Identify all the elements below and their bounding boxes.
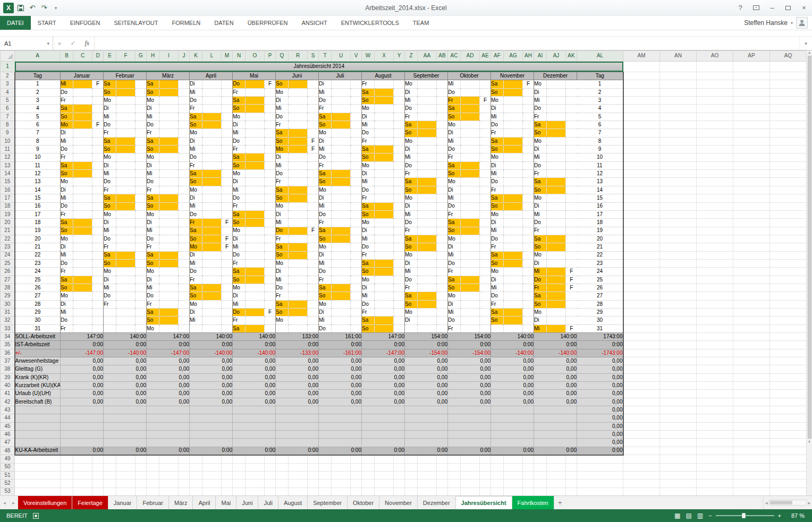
row-header-6[interactable]: 6: [1, 105, 15, 113]
cell-AQ35[interactable]: [770, 341, 807, 349]
cell-AB50[interactable]: [437, 463, 448, 471]
cell-AA30[interactable]: [418, 300, 437, 308]
cell-M19[interactable]: [222, 210, 233, 218]
cell-AO49[interactable]: [697, 455, 733, 463]
cell-S15[interactable]: [308, 178, 319, 186]
cell-I32[interactable]: [159, 316, 179, 324]
cell-AO18[interactable]: [697, 202, 733, 210]
cell-I8[interactable]: [159, 121, 179, 129]
cell-AJ21[interactable]: [547, 227, 566, 235]
cell-B10[interactable]: Mi: [61, 137, 73, 145]
cell-A43[interactable]: [15, 406, 61, 414]
cell-AM38[interactable]: [623, 365, 660, 373]
cell-H45[interactable]: [147, 422, 190, 430]
cell-H34[interactable]: 147:00: [147, 333, 190, 341]
cell-AG50[interactable]: [504, 463, 523, 471]
cell-W36[interactable]: -147:00: [362, 349, 405, 357]
cell-H27[interactable]: Di: [147, 276, 159, 284]
cell-AD28[interactable]: [461, 284, 480, 292]
cell-AF42[interactable]: 0,00: [491, 398, 534, 406]
cell-E51[interactable]: [104, 471, 116, 479]
cell-N52[interactable]: [233, 480, 246, 487]
cell-AN15[interactable]: [660, 178, 697, 186]
cell-T36[interactable]: -161:00: [319, 349, 362, 357]
cell-C32[interactable]: [73, 316, 92, 324]
cell-W46[interactable]: [362, 431, 405, 439]
cell-W48[interactable]: 0:00: [362, 447, 405, 455]
cell-Z25[interactable]: Di: [405, 259, 418, 267]
cell-AF25[interactable]: So: [491, 259, 504, 267]
cell-O23[interactable]: [246, 243, 265, 251]
cell-J28[interactable]: [179, 284, 190, 292]
cell-AD14[interactable]: [461, 170, 480, 178]
cell-J50[interactable]: [179, 463, 190, 471]
cell-R23[interactable]: [289, 243, 308, 251]
cell-T19[interactable]: Do: [319, 210, 332, 218]
cell-D7[interactable]: [92, 113, 104, 121]
cell-AJ12[interactable]: [547, 153, 566, 161]
cell-V13[interactable]: [351, 161, 362, 169]
cell-AH26[interactable]: [523, 268, 534, 276]
cell-AK52[interactable]: [566, 480, 577, 487]
cell-G33[interactable]: [136, 324, 147, 332]
cell-N4[interactable]: Fr: [233, 88, 246, 96]
cell-W30[interactable]: Do: [362, 300, 375, 308]
cell-L18[interactable]: [202, 202, 222, 210]
cell-Z14[interactable]: Fr: [405, 170, 418, 178]
cell-AA14[interactable]: [418, 170, 437, 178]
cell-A53[interactable]: [15, 487, 61, 495]
cell-B23[interactable]: Di: [61, 243, 73, 251]
cell-S14[interactable]: [308, 170, 319, 178]
cell-AM41[interactable]: [623, 390, 660, 398]
cell-AI19[interactable]: Mi: [534, 210, 547, 218]
cell-E2[interactable]: Februar: [104, 72, 147, 80]
cell-AO3[interactable]: [697, 80, 733, 88]
cell-AM43[interactable]: [623, 406, 660, 414]
cell-AM20[interactable]: [623, 219, 660, 227]
cell-S8[interactable]: [308, 121, 319, 129]
cell-AI33[interactable]: Mi: [534, 324, 547, 332]
cell-B21[interactable]: So: [61, 227, 73, 235]
cell-H41[interactable]: 0,00: [147, 390, 190, 398]
cell-J30[interactable]: [179, 300, 190, 308]
cell-AB3[interactable]: [437, 80, 448, 88]
cell-I29[interactable]: [159, 292, 179, 300]
cell-H28[interactable]: Mi: [147, 284, 159, 292]
cell-AG19[interactable]: [504, 210, 523, 218]
cell-Q44[interactable]: [276, 414, 319, 422]
cell-R27[interactable]: [289, 276, 308, 284]
cell-K6[interactable]: Fr: [190, 105, 202, 113]
cell-AO35[interactable]: [697, 341, 733, 349]
cell-H35[interactable]: 0:00: [147, 341, 190, 349]
cell-Z10[interactable]: Mo: [405, 137, 418, 145]
cell-AO6[interactable]: [697, 105, 733, 113]
cell-AG9[interactable]: [504, 129, 523, 137]
cell-AJ49[interactable]: [547, 455, 566, 463]
cell-T52[interactable]: [319, 480, 332, 487]
cell-AP30[interactable]: [733, 300, 770, 308]
cell-AO28[interactable]: [697, 284, 733, 292]
cell-AC42[interactable]: 0,00: [448, 398, 491, 406]
cell-AC35[interactable]: 0:00: [448, 341, 491, 349]
cell-V51[interactable]: [351, 471, 362, 479]
cell-AP19[interactable]: [733, 210, 770, 218]
cell-F30[interactable]: [116, 300, 136, 308]
cell-E53[interactable]: [104, 487, 116, 495]
cell-Z37[interactable]: 0,00: [405, 357, 448, 365]
cell-K36[interactable]: -140:00: [190, 349, 233, 357]
cell-AA29[interactable]: [418, 292, 437, 300]
cell-Q52[interactable]: [276, 480, 289, 487]
cell-E30[interactable]: Fr: [104, 300, 116, 308]
cell-AO31[interactable]: [697, 308, 733, 316]
cell-Q29[interactable]: Fr: [276, 292, 289, 300]
cell-E3[interactable]: Sa: [104, 80, 116, 88]
cell-AF30[interactable]: Fr: [491, 300, 504, 308]
cell-I23[interactable]: [159, 243, 179, 251]
cell-AP17[interactable]: [733, 194, 770, 202]
cell-AB12[interactable]: [437, 153, 448, 161]
cell-AE25[interactable]: [480, 259, 491, 267]
cell-Q13[interactable]: Mi: [276, 161, 289, 169]
cell-H15[interactable]: Do: [147, 178, 159, 186]
cell-M13[interactable]: [222, 161, 233, 169]
cell-D51[interactable]: [92, 471, 104, 479]
